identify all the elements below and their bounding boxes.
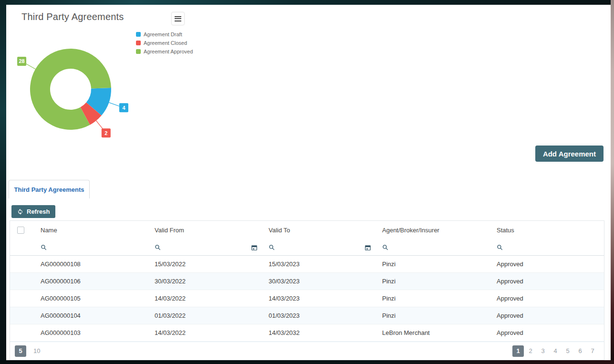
hamburger-icon — [175, 15, 181, 22]
cell-valid_to: 30/03/2023 — [269, 278, 300, 285]
cell-valid_from: 15/03/2022 — [155, 260, 186, 268]
column-header-label: Valid From — [155, 227, 184, 234]
table-row[interactable]: AG00000010630/03/202230/03/2023PinziAppr… — [10, 273, 604, 290]
data-label-value: 28 — [19, 58, 24, 64]
search-icon[interactable] — [155, 244, 161, 250]
cell-name: AG000000106 — [41, 278, 81, 285]
refresh-icon — [17, 208, 23, 215]
calendar-icon[interactable] — [251, 244, 258, 251]
calendar-icon[interactable] — [364, 244, 371, 251]
cell-valid_from: 14/03/2022 — [155, 295, 186, 302]
cell-valid_from: 01/03/2022 — [155, 312, 186, 319]
column-header-label: Status — [497, 227, 514, 234]
page-3[interactable]: 3 — [537, 345, 549, 357]
select-all-checkbox[interactable] — [17, 227, 24, 234]
column-header-label: Name — [41, 227, 57, 234]
cell-agent: Pinzi — [382, 312, 395, 319]
tab-third-party-agreements[interactable]: Third Party Agreements — [9, 180, 90, 198]
page-5[interactable]: 5 — [562, 345, 573, 357]
page-1[interactable]: 1 — [512, 345, 524, 357]
column-header-agent[interactable]: Agent/Broker/Insurer — [373, 227, 487, 234]
desktop-background-right — [611, 0, 614, 364]
cell-status: Approved — [497, 260, 523, 268]
table-row[interactable]: AG00000010514/03/202214/03/2023PinziAppr… — [10, 290, 604, 307]
cell-valid_from: 14/03/2022 — [155, 329, 186, 336]
table-filter-row — [10, 240, 604, 256]
filter-cell-valid_from[interactable] — [145, 244, 259, 251]
filter-cell-agent[interactable] — [373, 244, 487, 250]
search-icon[interactable] — [382, 244, 388, 250]
donut-chart[interactable]: 4228 — [6, 29, 149, 143]
cell-status: Approved — [497, 312, 523, 319]
table-row[interactable]: AG00000010401/03/202201/03/2023PinziAppr… — [10, 307, 604, 324]
search-icon[interactable] — [41, 244, 47, 250]
app-window: Third Party Agreements Agreement DraftAg… — [6, 5, 611, 360]
cell-agent: Pinzi — [382, 260, 395, 268]
desktop-background-bottom — [0, 360, 614, 364]
refresh-button[interactable]: Refresh — [11, 205, 55, 218]
page-7[interactable]: 7 — [587, 345, 598, 357]
refresh-label: Refresh — [27, 208, 50, 215]
filter-cell-name[interactable] — [31, 244, 145, 250]
page-title: Third Party Agreements — [21, 11, 124, 22]
agreements-table: NameValid FromValid ToAgent/Broker/Insur… — [10, 220, 604, 360]
cell-name: AG000000108 — [41, 260, 81, 268]
cell-status: Approved — [497, 329, 523, 336]
column-header-name[interactable]: Name — [31, 227, 145, 234]
cell-name: AG000000103 — [41, 329, 81, 336]
column-header-label: Valid To — [269, 227, 290, 234]
desktop-background-left — [0, 0, 6, 364]
search-icon[interactable] — [269, 244, 275, 250]
cell-agent: Pinzi — [382, 278, 395, 285]
filter-cell-valid_to[interactable] — [259, 244, 373, 251]
table-row[interactable]: AG00000010815/03/202215/03/2023PinziAppr… — [10, 256, 604, 273]
cell-valid_to: 14/03/2032 — [269, 329, 300, 336]
table-row[interactable]: AG00000010314/03/202214/03/2032LeBron Me… — [10, 324, 604, 342]
cell-valid_from: 30/03/2022 — [155, 278, 186, 285]
cell-name: AG000000105 — [41, 295, 81, 302]
filter-cell-status[interactable] — [487, 244, 604, 250]
chart-context-menu-button[interactable] — [171, 12, 185, 25]
data-label-value: 4 — [122, 105, 125, 111]
page-6[interactable]: 6 — [574, 345, 586, 357]
cell-status: Approved — [497, 278, 523, 285]
table-body: AG00000010815/03/202215/03/2023PinziAppr… — [10, 256, 604, 342]
column-header-valid_to[interactable]: Valid To — [259, 227, 373, 234]
legend-label: Agreement Approved — [144, 49, 193, 54]
cell-agent: LeBron Merchant — [382, 329, 430, 336]
cell-valid_to: 01/03/2023 — [269, 312, 300, 319]
search-icon[interactable] — [497, 244, 503, 250]
page-size-group: 510 — [15, 345, 42, 357]
legend-label: Agreement Closed — [144, 40, 187, 46]
page-size-10[interactable]: 10 — [31, 345, 42, 357]
column-header-status[interactable]: Status — [487, 227, 604, 234]
legend-label: Agreement Draft — [144, 31, 182, 37]
cell-valid_to: 15/03/2023 — [269, 260, 300, 268]
pagination-bar: 510 1234567 — [10, 342, 604, 360]
add-agreement-button[interactable]: Add Agreement — [535, 146, 604, 162]
cell-status: Approved — [497, 295, 523, 302]
cell-name: AG000000104 — [41, 312, 81, 319]
page-2[interactable]: 2 — [525, 345, 536, 357]
column-header-valid_from[interactable]: Valid From — [145, 227, 259, 234]
desktop-background-top — [0, 0, 614, 5]
page-size-5[interactable]: 5 — [15, 345, 26, 357]
column-header-label: Agent/Broker/Insurer — [382, 227, 439, 234]
cell-valid_to: 14/03/2023 — [269, 295, 300, 302]
tab-label: Third Party Agreements — [14, 186, 84, 193]
table-header-row: NameValid FromValid ToAgent/Broker/Insur… — [10, 221, 604, 240]
page-4[interactable]: 4 — [550, 345, 561, 357]
page-number-group: 1234567 — [512, 345, 598, 357]
data-label-value: 2 — [104, 130, 107, 136]
cell-agent: Pinzi — [382, 295, 395, 302]
